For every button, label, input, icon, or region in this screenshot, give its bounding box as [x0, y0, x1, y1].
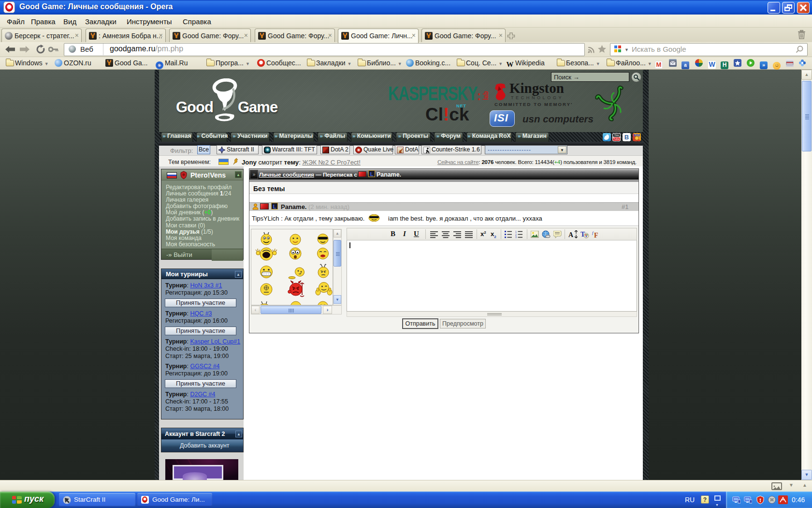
svg-text:3: 3 — [515, 236, 517, 238]
svg-text:A: A — [568, 231, 574, 239]
svg-text:F: F — [594, 232, 598, 239]
